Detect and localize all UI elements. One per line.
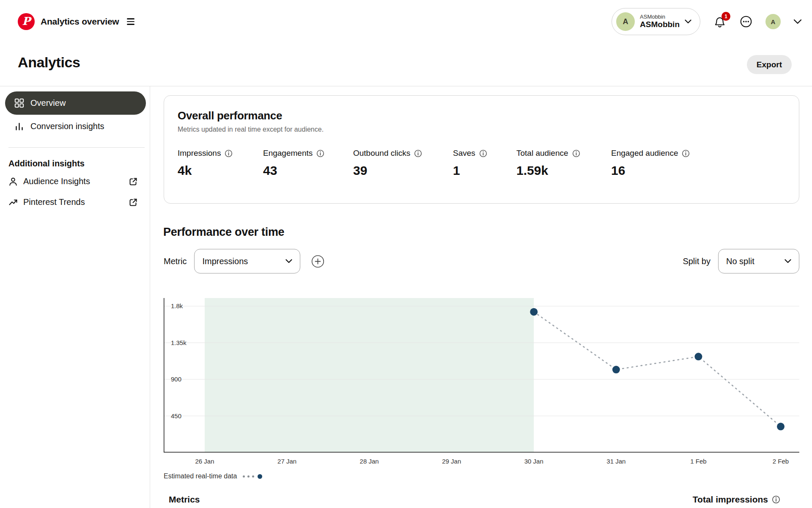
info-icon[interactable]	[479, 149, 487, 157]
metric-value: 1.59k	[516, 163, 611, 178]
external-link-icon	[129, 198, 138, 207]
svg-text:30 Jan: 30 Jan	[524, 458, 543, 465]
svg-text:900: 900	[171, 375, 181, 383]
chat-ellipsis-icon	[739, 15, 753, 28]
total-impressions-header: Total impressions	[693, 494, 780, 505]
metric-engagements: Engagements 43	[263, 149, 353, 178]
chevron-down-icon	[685, 19, 691, 24]
svg-text:31 Jan: 31 Jan	[606, 458, 625, 465]
svg-text:27 Jan: 27 Jan	[277, 458, 296, 465]
chevron-down-icon	[285, 259, 292, 263]
header-chevron-button[interactable]	[793, 19, 802, 24]
svg-text:450: 450	[171, 412, 181, 420]
sidebar-link-label: Audience Insights	[23, 177, 123, 186]
sidebar-link-label: Pinterest Trends	[23, 197, 123, 207]
account-avatar: A	[616, 12, 635, 31]
bar-chart-icon	[14, 121, 24, 131]
svg-text:26 Jan: 26 Jan	[195, 458, 214, 465]
svg-text:2 Feb: 2 Feb	[773, 458, 789, 465]
top-right-cluster: A ASMobbin ASMobbin 1	[612, 8, 802, 35]
card-title: Overall performance	[178, 109, 785, 122]
metric-select-value: Impressions	[202, 257, 248, 266]
profile-avatar[interactable]: A	[765, 14, 781, 29]
metric-select[interactable]: Impressions	[194, 249, 300, 273]
legend-label: Estimated real-time data	[164, 472, 237, 480]
app-title: Analytics overview	[41, 17, 119, 27]
page-title: Analytics	[18, 54, 80, 71]
info-icon[interactable]	[772, 495, 780, 504]
metrics-row: Impressions 4k Engagements 43 Outbound c…	[178, 149, 785, 178]
notifications-button[interactable]: 1	[713, 15, 727, 28]
svg-text:1.8k: 1.8k	[171, 302, 183, 309]
card-subtitle: Metrics updated in real time except for …	[178, 126, 785, 133]
dotted-line-sample	[243, 474, 262, 479]
split-by-label: Split by	[683, 257, 710, 266]
performance-section-title: Performance over time	[163, 226, 284, 239]
metric-value: 4k	[178, 163, 263, 178]
sidebar-item-label: Conversion insights	[30, 121, 104, 131]
sidebar-item-overview[interactable]: Overview	[5, 91, 146, 115]
metric-label: Metric	[164, 257, 187, 266]
chevron-down-icon	[793, 19, 802, 24]
export-button[interactable]: Export	[747, 55, 792, 74]
chevron-down-icon	[785, 259, 791, 263]
sidebar-divider	[150, 86, 150, 508]
plus-circle-icon	[311, 255, 324, 268]
chart-legend: Estimated real-time data	[164, 472, 262, 480]
top-bar: P Analytics overview A ASMobbin ASMobbin	[0, 0, 812, 43]
metric-value: 39	[353, 163, 453, 178]
metrics-section-title: Metrics	[169, 494, 200, 505]
menu-icon[interactable]	[127, 18, 134, 25]
svg-text:29 Jan: 29 Jan	[442, 458, 461, 465]
sidebar-item-conversion-insights[interactable]: Conversion insights	[0, 115, 150, 138]
svg-text:28 Jan: 28 Jan	[360, 458, 379, 465]
chart-controls: Metric Impressions Split by No split	[164, 249, 799, 273]
trending-up-icon	[8, 198, 18, 207]
split-by-value: No split	[726, 257, 754, 266]
account-name-secondary: ASMobbin	[640, 14, 680, 20]
sidebar-section-title: Additional insights	[8, 159, 150, 168]
sidebar: Overview Conversion insights Additional …	[0, 86, 150, 508]
info-icon[interactable]	[682, 149, 690, 157]
line-chart-svg: 4509001.35k1.8k26 Jan27 Jan28 Jan29 Jan3…	[164, 298, 799, 467]
info-icon[interactable]	[225, 149, 233, 157]
sidebar-item-label: Overview	[30, 98, 66, 108]
metric-value: 43	[263, 163, 353, 178]
split-by-select[interactable]: No split	[718, 249, 799, 273]
account-name-primary: ASMobbin	[640, 20, 680, 30]
grid-icon	[14, 98, 24, 108]
metric-saves: Saves 1	[453, 149, 516, 178]
metric-value: 1	[453, 163, 516, 178]
account-switcher[interactable]: A ASMobbin ASMobbin	[612, 8, 700, 35]
performance-line-chart: 4509001.35k1.8k26 Jan27 Jan28 Jan29 Jan3…	[164, 298, 799, 467]
messages-button[interactable]	[739, 15, 753, 28]
brand: P Analytics overview	[18, 13, 134, 30]
sidebar-section-divider	[8, 147, 145, 148]
metric-engaged-audience: Engaged audience 16	[611, 149, 690, 178]
pinterest-logo-icon[interactable]: P	[18, 13, 35, 30]
svg-text:1.35k: 1.35k	[171, 339, 187, 346]
person-icon	[8, 177, 18, 186]
svg-text:1 Feb: 1 Feb	[690, 458, 706, 465]
metric-outbound-clicks: Outbound clicks 39	[353, 149, 453, 178]
pinterest-analytics-page: P Analytics overview A ASMobbin ASMobbin	[0, 0, 812, 508]
overall-performance-card: Overall performance Metrics updated in r…	[164, 95, 799, 204]
sidebar-link-pinterest-trends[interactable]: Pinterest Trends	[0, 192, 150, 213]
metric-impressions: Impressions 4k	[178, 149, 263, 178]
metric-total-audience: Total audience 1.59k	[516, 149, 611, 178]
notification-badge: 1	[721, 12, 730, 21]
info-icon[interactable]	[572, 149, 580, 157]
external-link-icon	[129, 177, 138, 186]
add-metric-button[interactable]	[311, 255, 324, 268]
info-icon[interactable]	[316, 149, 324, 157]
info-icon[interactable]	[414, 149, 422, 157]
metric-value: 16	[611, 163, 690, 178]
sidebar-link-audience-insights[interactable]: Audience Insights	[0, 171, 150, 192]
